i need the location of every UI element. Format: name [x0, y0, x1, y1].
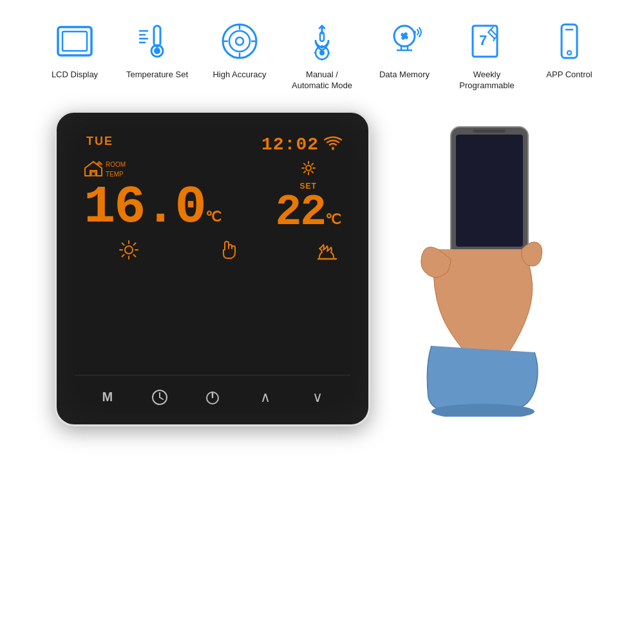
feature-high-accuracy: High Accuracy: [204, 18, 275, 80]
svg-point-11: [229, 31, 250, 52]
feature-temperature-set: Temperature Set: [122, 18, 193, 80]
svg-point-29: [413, 31, 416, 33]
set-temp-display: 22 ℃: [275, 191, 341, 234]
m-button[interactable]: M: [95, 384, 120, 410]
up-button[interactable]: ∧: [252, 384, 278, 410]
set-temp-celsius: ℃: [325, 211, 341, 228]
room-temp-value: 16.0: [84, 182, 205, 234]
power-button[interactable]: [200, 384, 225, 410]
temp-display-row: ROOM TEMP 16.0 ℃: [80, 158, 345, 234]
svg-line-48: [134, 243, 136, 245]
feature-data-memory: Data Memory: [369, 18, 440, 80]
right-temp-section: SET 22 ℃: [275, 158, 345, 234]
svg-line-33: [493, 39, 495, 41]
clock-button[interactable]: [147, 384, 173, 410]
svg-point-37: [332, 147, 334, 150]
home-icon-row: ROOM TEMP: [84, 158, 126, 178]
room-temp-label2: TEMP: [106, 171, 126, 178]
lcd-display-icon: [54, 21, 95, 62]
phone-hand-area: [390, 111, 589, 426]
wifi-icon: [324, 136, 342, 153]
svg-point-36: [567, 51, 571, 55]
set-temp-value: 22: [275, 191, 325, 234]
temperature-set-icon: [137, 21, 178, 62]
svg-point-25: [402, 33, 407, 39]
manual-auto-icon-wrap: [299, 18, 345, 64]
high-accuracy-icon: [219, 21, 260, 62]
data-memory-icon: [384, 21, 425, 62]
lcd-screen: TUE 12:02: [75, 128, 350, 370]
main-area: TUE 12:02: [0, 104, 644, 439]
feature-weekly-programmable: 7 Weekly Programmable: [451, 18, 522, 91]
svg-point-12: [236, 37, 243, 45]
features-row: LCD Display Temperature Set: [0, 0, 644, 104]
home-icon: [84, 159, 103, 177]
thermostat-device: TUE 12:02: [55, 111, 370, 426]
sun-icon: [99, 240, 139, 265]
phone-hand-svg: [399, 120, 580, 417]
room-temp-label: ROOM: [106, 161, 126, 168]
svg-rect-1: [62, 32, 87, 51]
svg-rect-38: [91, 172, 95, 176]
svg-line-47: [134, 254, 136, 256]
high-accuracy-icon-wrap: [216, 18, 263, 64]
temperature-set-label: Temperature Set: [126, 70, 188, 80]
svg-point-41: [125, 246, 133, 254]
svg-line-49: [122, 254, 124, 256]
heat-icon: [316, 240, 339, 265]
svg-rect-58: [473, 129, 506, 133]
controls-row: M ∧ ∨: [75, 375, 350, 413]
svg-point-40: [306, 166, 311, 171]
app-control-icon-wrap: [546, 18, 592, 64]
svg-line-46: [122, 243, 124, 245]
left-temp-section: ROOM TEMP 16.0 ℃: [80, 158, 270, 234]
weekly-programmable-label: Weekly Programmable: [451, 70, 522, 91]
svg-line-32: [491, 27, 493, 30]
data-memory-icon-wrap: [381, 18, 428, 64]
data-memory-label: Data Memory: [379, 70, 430, 80]
weekly-programmable-icon-wrap: 7: [464, 18, 510, 64]
high-accuracy-label: High Accuracy: [213, 70, 266, 80]
day-label: TUE: [80, 135, 113, 148]
svg-point-19: [319, 50, 325, 55]
top-row: TUE 12:02: [80, 135, 345, 155]
clock-time: 12:02: [261, 135, 319, 155]
manual-auto-label: Manual / Automatic Mode: [287, 70, 357, 91]
svg-rect-57: [456, 135, 523, 247]
big-temp-display: 16.0 ℃: [84, 182, 222, 234]
svg-line-53: [160, 397, 163, 399]
app-control-label: APP Control: [546, 70, 592, 80]
app-control-icon: [549, 21, 590, 62]
touch-icon: [218, 240, 236, 265]
touch-heat-row: [80, 237, 345, 266]
manual-auto-icon: [301, 21, 343, 62]
feature-lcd-display: LCD Display: [39, 18, 110, 80]
weekly-programmable-icon: 7: [466, 21, 507, 62]
feature-manual-auto: Manual / Automatic Mode: [287, 18, 357, 91]
clock-wifi-row: 12:02: [261, 135, 345, 155]
svg-rect-2: [154, 26, 160, 46]
svg-point-4: [154, 48, 160, 54]
feature-app-control: APP Control: [534, 18, 605, 80]
down-button[interactable]: ∨: [305, 384, 330, 410]
gear-icon: [299, 159, 317, 180]
temperature-set-icon-wrap: [134, 18, 180, 64]
svg-text:7: 7: [479, 32, 487, 48]
room-temp-celsius: ℃: [205, 209, 222, 225]
lcd-display-icon-wrap: [52, 18, 98, 64]
lcd-display-label: LCD Display: [52, 70, 98, 80]
